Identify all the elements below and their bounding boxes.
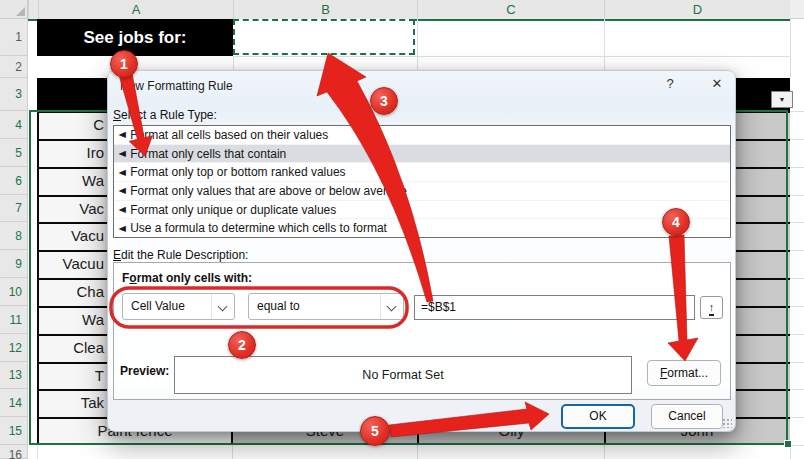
- rule-bullet-icon: ◀: [118, 168, 125, 177]
- cell-a1[interactable]: See jobs for:: [37, 19, 233, 56]
- gridline: [604, 445, 605, 459]
- close-icon: ✕: [712, 76, 723, 91]
- rule-description-groupbox: Format only cells with: Cell Value equal…: [113, 262, 731, 400]
- chevron-down-icon[interactable]: [380, 294, 403, 319]
- row-header-6[interactable]: 6: [0, 167, 28, 195]
- rule-type-option-6[interactable]: ◀Use a formula to determine which cells …: [114, 219, 730, 237]
- gridline: [232, 445, 233, 459]
- row-header-16[interactable]: 16: [0, 445, 28, 459]
- cancel-button[interactable]: Cancel: [651, 404, 723, 429]
- dialog-title: New Formatting Rule: [120, 79, 233, 93]
- gridline: [790, 139, 804, 140]
- rule-type-option-1[interactable]: ◀Format all cells based on their values: [114, 126, 730, 145]
- select-all-corner[interactable]: [0, 0, 28, 19]
- step-2-badge: 2: [228, 331, 256, 359]
- cell-b1-marching-ants[interactable]: [233, 19, 415, 55]
- row-header-13[interactable]: 13: [0, 362, 28, 389]
- step-1-badge: 1: [110, 50, 138, 78]
- gridline: [790, 250, 804, 251]
- column-header-gutter[interactable]: [28, 0, 38, 19]
- row-header-12[interactable]: 12: [0, 334, 28, 362]
- help-button[interactable]: ?: [660, 76, 680, 94]
- row-header-9[interactable]: 9: [0, 250, 28, 278]
- row-header-8[interactable]: 8: [0, 222, 28, 250]
- gridline: [790, 334, 804, 335]
- step-3-badge: 3: [370, 87, 398, 115]
- row-header-5[interactable]: 5: [0, 139, 28, 167]
- row-header-14[interactable]: 14: [0, 389, 28, 417]
- column-header-d[interactable]: D: [604, 0, 790, 19]
- row-header-2[interactable]: 2: [0, 56, 28, 78]
- comparison-dropdown[interactable]: equal to: [248, 293, 404, 320]
- format-button[interactable]: Format...: [647, 360, 721, 386]
- chevron-down-icon[interactable]: [211, 294, 234, 319]
- rule-bullet-icon: ◀: [118, 186, 125, 195]
- rule-bullet-icon: ◀: [118, 130, 125, 139]
- edit-rule-description-label: Edit the Rule Description:: [113, 248, 248, 262]
- step-4-badge: 4: [662, 208, 690, 236]
- filter-dropdown-icon: ▼: [779, 96, 786, 103]
- format-only-cells-label: Format only cells with:: [122, 271, 252, 285]
- column-header-c[interactable]: C: [417, 0, 604, 19]
- gridline: [790, 167, 804, 168]
- rule-type-option-4[interactable]: ◀Format only values that are above or be…: [114, 182, 730, 201]
- select-rule-type-label: Select a Rule Type:: [113, 108, 217, 122]
- row-header-3[interactable]: 3: [0, 78, 28, 111]
- row-header-11[interactable]: 11: [0, 306, 28, 334]
- column-header-b[interactable]: B: [233, 0, 417, 19]
- row-header-7[interactable]: 7: [0, 195, 28, 222]
- row-header-1[interactable]: 1: [0, 19, 28, 56]
- close-button[interactable]: ✕: [706, 76, 728, 94]
- gridline: [37, 445, 38, 459]
- resize-grip[interactable]: [722, 418, 732, 428]
- gridline: [790, 389, 804, 390]
- ok-button[interactable]: OK: [561, 404, 635, 429]
- help-icon: ?: [666, 76, 673, 91]
- column-header-a[interactable]: A: [38, 0, 233, 19]
- rule-bullet-icon: ◀: [118, 224, 125, 233]
- gridline: [790, 306, 804, 307]
- row-header-15[interactable]: 15: [0, 417, 28, 445]
- gridline: [790, 362, 804, 363]
- gridline: [790, 222, 804, 223]
- formula-input[interactable]: =$B$1: [414, 295, 695, 320]
- preview-box: No Format Set: [174, 356, 632, 394]
- row-header-4[interactable]: 4: [0, 111, 28, 139]
- gridline: [417, 445, 418, 459]
- step-5-badge: 5: [360, 416, 390, 446]
- gridline: [790, 19, 791, 78]
- collapse-dialog-button[interactable]: ↑: [700, 296, 723, 319]
- column-header-e-sliver[interactable]: [790, 0, 804, 19]
- preview-label: Preview:: [120, 364, 169, 378]
- gridline: [790, 278, 804, 279]
- rule-bullet-icon: ◀: [118, 149, 125, 158]
- new-formatting-rule-dialog: New Formatting Rule ? ✕ Select a Rule Ty…: [107, 70, 736, 432]
- gridline: [790, 111, 804, 112]
- rule-type-option-5[interactable]: ◀Format only unique or duplicate values: [114, 201, 730, 220]
- rule-bullet-icon: ◀: [118, 205, 125, 214]
- row-header-10[interactable]: 10: [0, 278, 28, 306]
- fill-handle[interactable]: [784, 440, 792, 448]
- rule-type-list: ◀Format all cells based on their values …: [113, 125, 731, 238]
- cell-value-dropdown[interactable]: Cell Value: [122, 293, 235, 320]
- gridline: [233, 56, 790, 57]
- rule-type-option-2-selected[interactable]: ◀Format only cells that contain: [114, 145, 730, 164]
- gridline: [790, 445, 804, 446]
- gridline: [790, 417, 804, 418]
- rule-type-option-3[interactable]: ◀Format only top or bottom ranked values: [114, 163, 730, 182]
- filter-dropdown-button[interactable]: ▼: [771, 91, 793, 108]
- collapse-ref-icon: ↑: [709, 301, 715, 316]
- gridline: [790, 195, 804, 196]
- excel-window: A B C D 1 2 3 4 5 6 7 8 9 10 11 12 13 14…: [0, 0, 804, 459]
